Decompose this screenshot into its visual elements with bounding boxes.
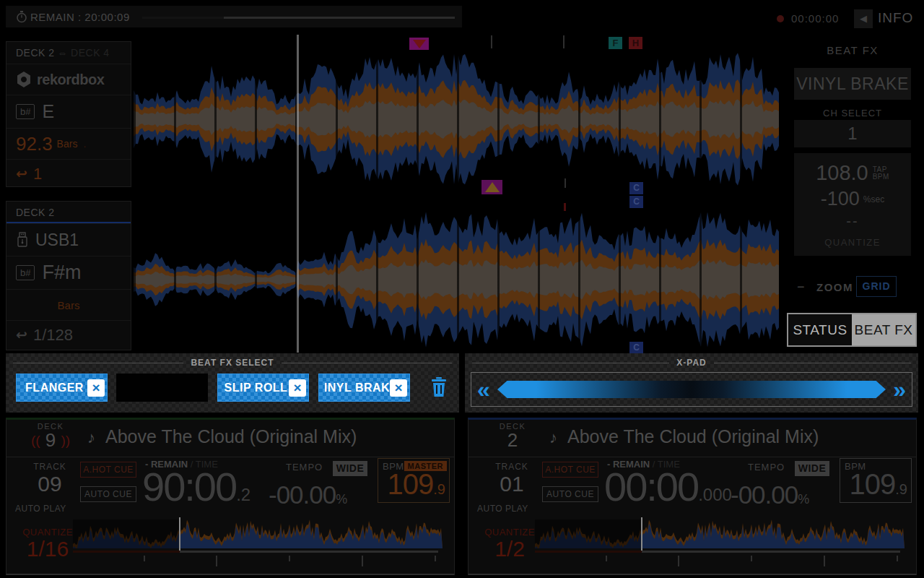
close-icon[interactable]: × [289, 379, 306, 397]
auto-cue-button[interactable]: AUTO CUE [80, 486, 136, 502]
info-button[interactable]: INFO [878, 10, 913, 26]
cue-tick [564, 203, 566, 211]
track-preview-waveform[interactable] [535, 519, 905, 567]
tempo-display: -00.00% [731, 480, 809, 509]
zoom-out-button[interactable]: − [797, 280, 805, 295]
deck-info-panel: DECK 2 USB1 b# F#m Bars ↩ 1/128 [6, 201, 131, 350]
bpm-value: 109.9 [850, 468, 907, 501]
loop-icon: ↩ [16, 327, 27, 343]
preview-played-overlay [73, 519, 180, 548]
track-title: ♪Above The Cloud (Original Mix) [87, 426, 357, 447]
beat-fx-parameter-box: 108.0 TAP BPM -100 %sec -- QUANTIZE [794, 153, 911, 256]
quantize-value: 1/16 [21, 537, 74, 561]
link-arrow-icon: ⇔ [55, 47, 71, 59]
usb-icon [16, 232, 29, 248]
deck-header: DECK 2 ♪Above The Cloud (Original Mix) [468, 420, 916, 457]
bars-unit: Bars [58, 299, 80, 311]
bpm-label: BPM [873, 173, 889, 181]
bpm-box: BPM 109.9 [840, 458, 912, 503]
key-row: b# E [6, 95, 131, 128]
preview-progress-remaining [642, 551, 900, 553]
link-deck-b: DECK 4 [71, 47, 110, 59]
tempo-label: TEMPO [286, 462, 323, 473]
tempo-display: -00.00% [269, 480, 347, 509]
cdj-touch-screen: REMAIN : 20:00:09 00:00:00 ◀ INFO DECK 2… [0, 0, 924, 578]
rekordbox-brand-label: rekordbox [37, 72, 104, 88]
bar-tick [491, 35, 492, 48]
zoom-label: ZOOM [816, 281, 853, 293]
progress-tick [606, 556, 607, 561]
bars-row: 92.3 Bars . [6, 128, 131, 159]
key-badge-icon: b# [16, 265, 35, 280]
beat-grid-bottom [134, 211, 780, 348]
hot-cue-badge-f[interactable]: F [609, 37, 622, 49]
progress-tick [678, 556, 679, 566]
preview-progress-remaining [180, 551, 438, 553]
grid-button[interactable]: GRID [856, 276, 897, 297]
close-icon[interactable]: × [87, 379, 105, 397]
total-remain-time: REMAIN : 20:00:09 [30, 11, 130, 23]
fx-slot-flanger[interactable]: FLANGER × [16, 374, 108, 402]
progress-tick [216, 556, 217, 566]
cue-badge-c[interactable]: C [629, 196, 643, 208]
cue-marker-icon[interactable] [481, 180, 502, 194]
deck-status-panel-left: DECK (( 9 )) ♪Above The Cloud (Original … [6, 418, 455, 575]
preview-played-overlay [535, 519, 642, 548]
auto-cue-button[interactable]: AUTO CUE [542, 486, 598, 502]
wide-badge: WIDE [795, 461, 829, 476]
fx-slot-empty[interactable] [116, 374, 208, 402]
wide-badge: WIDE [333, 461, 367, 476]
preview-progress-elapsed [73, 551, 180, 553]
fx-slot-vinyl-brake[interactable]: VINYL BRAKE × [318, 374, 410, 402]
fx-param-unit: %sec [863, 194, 884, 204]
deck-id: DECK (( 9 )) [19, 422, 82, 450]
deck-id: DECK 2 [481, 422, 544, 450]
fx-param-value: -100 [821, 188, 860, 210]
beat-fx-name-display[interactable]: VINYL BRAKE [794, 68, 911, 100]
quantize-label: QUANTIZE [483, 527, 536, 538]
preview-playhead [179, 517, 180, 551]
close-icon[interactable]: × [390, 379, 407, 397]
x-pad-slider[interactable]: « » [471, 372, 912, 407]
deck-link-panel: DECK 2⇔DECK 4 rekordbox b# E 92.3 Bars .… [6, 41, 131, 187]
x-pad-bar[interactable] [497, 381, 886, 398]
channel-select-display[interactable]: 1 [794, 120, 911, 147]
tab-status[interactable]: STATUS [788, 314, 852, 345]
bar-tick [563, 35, 565, 48]
beat-fx-select-section: BEAT FX SELECT FLANGER × SLIP ROLL × VIN… [6, 353, 459, 413]
progress-tick [144, 556, 145, 561]
key-row: b# F#m [6, 256, 131, 289]
cue-badge-c[interactable]: C [629, 342, 643, 354]
hot-cue-marker-icon[interactable] [409, 38, 429, 50]
deck-info-row: TRACK 01 AUTO PLAY A.HOT CUE AUTO CUE - … [468, 457, 916, 518]
preview-playhead [641, 517, 642, 551]
waveform-display[interactable]: F H C C C [134, 35, 780, 353]
bars-unit: Bars [57, 138, 78, 150]
track-number: 01 [490, 472, 533, 496]
fx-slot-slip-roll[interactable]: SLIP ROLL × [217, 374, 309, 402]
beat-fx-title: BEAT FX [787, 44, 918, 56]
music-note-icon: ♪ [87, 428, 95, 447]
playhead-line [297, 35, 299, 353]
loop-row: ↩ 1/128 [6, 320, 131, 349]
track-preview-waveform[interactable] [73, 519, 443, 567]
progress-tick [435, 556, 436, 561]
tab-beatfx[interactable]: BEAT FX [852, 314, 915, 345]
track-title: ♪Above The Cloud (Original Mix) [549, 426, 819, 447]
a-hot-cue-button[interactable]: A.HOT CUE [80, 462, 136, 478]
deck-info-row: TRACK 09 AUTO PLAY A.HOT CUE AUTO CUE - … [6, 457, 454, 518]
rekordbox-logo-icon [16, 71, 32, 88]
progress-tick [897, 556, 898, 561]
back-button[interactable]: ◀ [854, 9, 873, 28]
a-hot-cue-button[interactable]: A.HOT CUE [542, 462, 598, 478]
deck-bottom-row: QUANTIZE 1/16 [6, 518, 454, 571]
hot-cue-badge-h[interactable]: H [629, 37, 642, 49]
link-deck-a: DECK 2 [16, 47, 55, 59]
trash-icon[interactable] [430, 376, 448, 398]
source-row[interactable]: USB1 [6, 223, 131, 256]
stopwatch-icon [16, 11, 27, 23]
x-pad-title: X-PAD [465, 358, 918, 368]
auto-play-label: AUTO PLAY [15, 504, 66, 514]
track-label: TRACK [28, 462, 71, 472]
cue-badge-c[interactable]: C [629, 182, 643, 194]
